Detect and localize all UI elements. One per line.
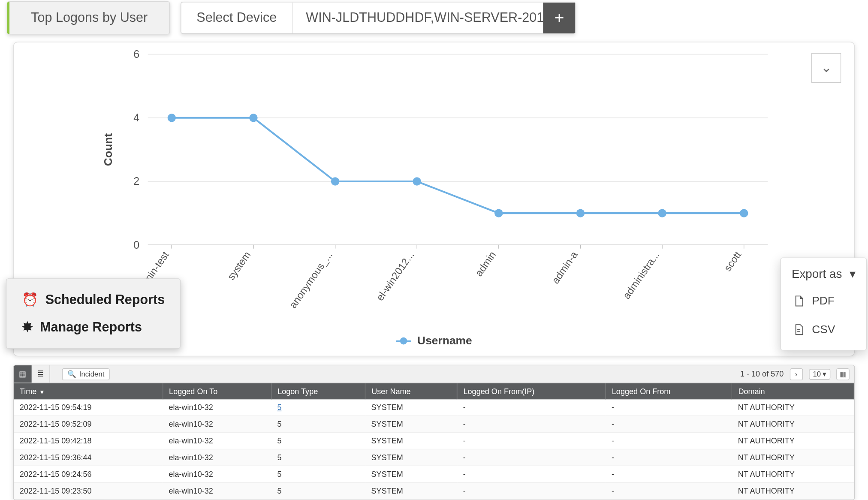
svg-text:el-win2012...: el-win2012... — [374, 249, 416, 303]
chevron-right-icon: › — [795, 370, 798, 378]
scheduled-reports-item[interactable]: ⏰ Scheduled Reports — [20, 286, 167, 313]
table-cell: 2022-11-15 09:42:18 — [14, 432, 163, 449]
pagination-range: 1 - 10 of 570 — [740, 370, 784, 379]
column-header[interactable]: Logged On To — [163, 383, 271, 400]
view-list-button[interactable]: ≣ — [32, 365, 50, 383]
table-cell: 5 — [271, 466, 365, 482]
manage-reports-item[interactable]: ✸ Manage Reports — [20, 313, 167, 341]
manage-reports-label: Manage Reports — [40, 319, 142, 335]
svg-point-32 — [658, 209, 666, 217]
column-header[interactable]: Logon Type — [271, 383, 365, 400]
scheduled-reports-label: Scheduled Reports — [45, 292, 165, 307]
column-settings-button[interactable]: ▥ — [836, 368, 850, 380]
export-csv-item[interactable]: CSV — [790, 315, 856, 344]
device-selector: Select Device WIN-JLDTHUDDHDF,WIN-SERVER… — [181, 2, 576, 34]
pagination: 1 - 10 of 570 › 10 ▾ ▥ — [740, 368, 854, 380]
svg-text:0: 0 — [133, 239, 139, 251]
chart-options-button[interactable]: ⌄ — [811, 53, 841, 83]
page-size-selector[interactable]: 10 ▾ — [809, 369, 831, 380]
table-row[interactable]: 2022-11-15 09:24:56ela-win10-325SYSTEM--… — [14, 466, 854, 482]
svg-text:system: system — [225, 249, 253, 282]
table-cell: SYSTEM — [365, 466, 457, 482]
table-cell: SYSTEM — [365, 432, 457, 449]
column-header[interactable]: Logged On From(IP) — [457, 383, 606, 400]
table-cell: - — [457, 399, 606, 416]
table-cell: 2022-11-15 09:23:50 — [14, 482, 163, 499]
column-header[interactable]: User Name — [365, 383, 457, 400]
table-cell: ela-win10-32 — [163, 416, 271, 433]
export-pdf-item[interactable]: PDF — [790, 287, 856, 316]
legend-label: Username — [417, 334, 472, 348]
legend-marker — [396, 340, 411, 342]
incident-filter-button[interactable]: 🔍 Incident — [62, 368, 110, 380]
table-cell: NT AUTHORITY — [732, 416, 854, 433]
table-cell: SYSTEM — [365, 399, 457, 416]
svg-point-30 — [494, 209, 503, 217]
table-cell: 2022-11-15 09:52:09 — [14, 416, 163, 433]
incident-label: Incident — [79, 370, 104, 378]
table-cell: 2022-11-15 09:36:44 — [14, 449, 163, 466]
table-toolbar: ▦ ≣ 🔍 Incident 1 - 10 of 570 › 10 ▾ ▥ — [14, 365, 854, 383]
table-cell: - — [606, 466, 732, 482]
report-title-tab[interactable]: Top Logons by User — [7, 1, 170, 35]
table-cell: - — [606, 482, 732, 499]
table-cell: SYSTEM — [365, 416, 457, 433]
svg-point-26 — [168, 114, 176, 122]
svg-text:Count: Count — [102, 133, 115, 166]
selected-device-value[interactable]: WIN-JLDTHUDDHDF,WIN-SERVER-2012 — [293, 3, 543, 33]
export-menu: Export as ▾ PDF CSV — [781, 257, 867, 350]
table-cell: NT AUTHORITY — [732, 432, 854, 449]
select-device-label[interactable]: Select Device — [181, 3, 293, 33]
export-as-button[interactable]: Export as ▾ — [790, 264, 856, 287]
data-table: Time▼Logged On ToLogon TypeUser NameLogg… — [14, 383, 854, 500]
chart-plot: 0246Countadmin-testsystemanonymous_...el… — [82, 42, 786, 322]
table-row[interactable]: 2022-11-15 09:52:09ela-win10-325SYSTEM--… — [14, 416, 854, 433]
table-cell: ela-win10-32 — [163, 466, 271, 482]
svg-text:4: 4 — [133, 111, 139, 123]
table-cell: 2022-11-15 09:54:19 — [14, 399, 163, 416]
svg-text:6: 6 — [133, 48, 139, 60]
view-toggle: ▦ ≣ — [14, 365, 50, 383]
export-as-label: Export as — [792, 267, 842, 280]
view-grid-button[interactable]: ▦ — [14, 365, 32, 383]
search-icon: 🔍 — [67, 370, 76, 378]
logon-type-link[interactable]: 5 — [277, 403, 281, 412]
table-cell: - — [457, 449, 606, 466]
svg-point-29 — [413, 177, 421, 185]
column-header[interactable]: Logged On From — [606, 383, 732, 400]
table-cell: 5 — [271, 449, 365, 466]
table-body: 2022-11-15 09:54:19ela-win10-325SYSTEM--… — [14, 399, 854, 499]
table-cell: ela-win10-32 — [163, 432, 271, 449]
svg-point-27 — [249, 114, 257, 122]
table-cell: - — [457, 416, 606, 433]
data-table-container: ▦ ≣ 🔍 Incident 1 - 10 of 570 › 10 ▾ ▥ Ti… — [13, 365, 855, 500]
plus-icon: + — [555, 8, 564, 27]
column-header[interactable]: Time▼ — [14, 383, 163, 400]
table-cell: - — [457, 482, 606, 499]
columns-icon: ▥ — [840, 370, 846, 378]
table-row[interactable]: 2022-11-15 09:42:18ela-win10-325SYSTEM--… — [14, 432, 854, 449]
table-cell: - — [606, 399, 732, 416]
svg-text:scott: scott — [722, 249, 743, 273]
topbar: Top Logons by User Select Device WIN-JLD… — [0, 0, 868, 36]
table-cell: 2022-11-15 09:24:56 — [14, 466, 163, 482]
alarm-clock-icon: ⏰ — [22, 292, 38, 307]
add-device-button[interactable]: + — [543, 3, 576, 33]
table-row[interactable]: 2022-11-15 09:54:19ela-win10-325SYSTEM--… — [14, 399, 854, 416]
select-device-text: Select Device — [196, 10, 277, 26]
chevron-down-icon: ⌄ — [821, 60, 832, 75]
export-csv-label: CSV — [812, 323, 835, 336]
table-row[interactable]: 2022-11-15 09:36:44ela-win10-325SYSTEM--… — [14, 449, 854, 466]
table-row[interactable]: 2022-11-15 09:23:50ela-win10-325SYSTEM--… — [14, 482, 854, 499]
table-cell: 5 — [271, 482, 365, 499]
csv-icon — [793, 322, 805, 337]
page-size-value: 10 — [813, 370, 821, 378]
column-header[interactable]: Domain — [732, 383, 854, 400]
next-page-button[interactable]: › — [790, 368, 803, 380]
list-icon: ≣ — [37, 370, 44, 379]
table-cell: - — [457, 432, 606, 449]
table-cell: ela-win10-32 — [163, 482, 271, 499]
table-cell: ela-win10-32 — [163, 399, 271, 416]
table-cell: - — [606, 416, 732, 433]
table-cell: - — [606, 449, 732, 466]
